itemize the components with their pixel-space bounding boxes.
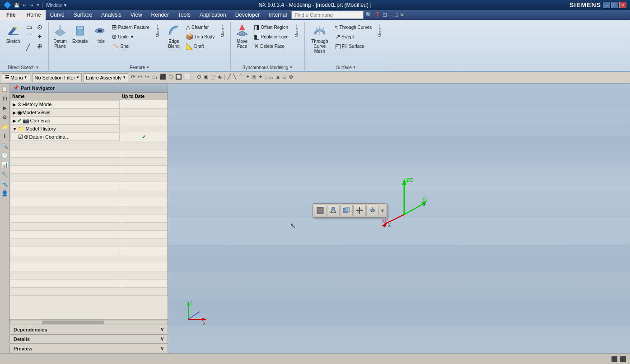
- replace-face-button[interactable]: ◧ Replace Face: [252, 32, 290, 41]
- sel-icon-21[interactable]: |: [264, 73, 267, 82]
- preview-header[interactable]: Preview ∨: [10, 344, 168, 353]
- sel-icon-18[interactable]: +: [245, 73, 250, 82]
- float-btn-5[interactable]: [366, 205, 379, 216]
- redo-icon[interactable]: ↪: [28, 2, 34, 8]
- draft-button[interactable]: 📐 Draft: [184, 42, 216, 51]
- nav-tree[interactable]: Name Up to Date ▶ ⊙ History Mode: [10, 93, 168, 319]
- sel-icon-7[interactable]: 🔲: [174, 73, 183, 82]
- help-icon[interactable]: ❓: [374, 12, 381, 18]
- sel-icon-10[interactable]: ⊙: [196, 73, 202, 82]
- feature-more-button-2[interactable]: ⋮ More: [216, 22, 229, 39]
- arc-button[interactable]: ⌒: [24, 32, 35, 42]
- side-icon-4[interactable]: ⚙: [0, 113, 9, 122]
- swept-button[interactable]: ↗ Swept: [333, 32, 373, 41]
- chamfer-button[interactable]: △ Chamfer: [184, 23, 216, 32]
- titlebar-close-icon[interactable]: ✕: [400, 12, 404, 18]
- nav-cell-history[interactable]: ▶ ⊙ History Mode: [10, 100, 120, 108]
- offset-region-button[interactable]: ◨ Offset Region: [252, 23, 290, 32]
- minimize-button[interactable]: ─: [603, 2, 610, 8]
- datum-plane-button[interactable]: DatumPlane: [50, 22, 70, 51]
- hole-button[interactable]: Hole: [90, 22, 110, 46]
- menu-item-analysis[interactable]: Analysis: [97, 10, 126, 20]
- shell-button[interactable]: 🐚 Shell: [110, 42, 151, 51]
- viewport[interactable]: ▼ ZC YC Y XC X ↖: [168, 84, 630, 353]
- fill-surface-button[interactable]: ◱ Fill Surface: [333, 42, 373, 51]
- extrude-button[interactable]: Extrude: [70, 22, 90, 46]
- feature-footer[interactable]: Feature ▼: [50, 64, 229, 71]
- scroll-thumb[interactable]: [42, 321, 104, 324]
- find-command-input[interactable]: [291, 11, 364, 19]
- sel-icon-22[interactable]: ⌓: [268, 73, 274, 82]
- nav-cell-cameras[interactable]: ▶ ✔ 📷 Cameras: [10, 117, 120, 125]
- menu-item-internal[interactable]: Internal: [264, 10, 291, 20]
- sel-icon-9[interactable]: |: [192, 73, 196, 82]
- selection-filter-dropdown[interactable]: No Selection Filter ▼: [32, 73, 82, 82]
- undo-icon[interactable]: ↩: [22, 2, 27, 8]
- assembly-dropdown[interactable]: Entire Assembly ▼: [84, 73, 128, 82]
- nav-row-history-folder[interactable]: ▼ 📁 Model History: [10, 125, 168, 133]
- nav-cell-views[interactable]: ▶ ◉ Model Views: [10, 108, 120, 117]
- expand-cameras-icon[interactable]: ▶: [13, 118, 16, 123]
- menu-item-home[interactable]: Home: [22, 10, 46, 20]
- circle-button[interactable]: ⊙: [35, 23, 45, 32]
- status-icon-2[interactable]: ⬛: [620, 356, 626, 362]
- close-button[interactable]: ✕: [619, 2, 626, 8]
- nav-row-history[interactable]: ▶ ⊙ History Mode: [10, 100, 168, 109]
- through-curve-mesh-button[interactable]: ThroughCurve Mesh: [306, 22, 333, 56]
- sel-icon-4[interactable]: ▭: [150, 73, 158, 82]
- menu-item-render[interactable]: Render: [147, 10, 173, 20]
- float-btn-3[interactable]: [340, 205, 353, 216]
- sel-icon-11[interactable]: ◉: [203, 73, 209, 82]
- nav-horizontal-scroll[interactable]: [10, 319, 168, 325]
- menu-button[interactable]: ☰ Menu ▼: [2, 73, 30, 82]
- sel-icon-24[interactable]: ⌂: [282, 73, 287, 82]
- sync-footer[interactable]: Synchronous Modeling ▼: [232, 64, 303, 71]
- sketch-more-btn[interactable]: ⊕: [35, 42, 45, 51]
- side-icon-12[interactable]: 👤: [0, 189, 9, 198]
- search-icon[interactable]: 🔍: [365, 12, 372, 18]
- float-btn-2[interactable]: [327, 205, 340, 216]
- sel-icon-1[interactable]: ⟳: [130, 73, 136, 82]
- side-icon-3[interactable]: ▶: [0, 103, 9, 112]
- sel-icon-6[interactable]: ⬡: [168, 73, 174, 82]
- side-icon-11[interactable]: 🔩: [0, 179, 9, 188]
- sel-icon-5[interactable]: ⬛: [159, 73, 167, 82]
- expand-history-icon[interactable]: ▶: [13, 102, 16, 107]
- side-icon-9[interactable]: 📊: [0, 160, 9, 169]
- status-icon-1[interactable]: ⬛: [611, 356, 618, 362]
- expand-history-folder-icon[interactable]: ▼: [13, 126, 17, 131]
- sel-icon-8[interactable]: ⬜: [183, 73, 192, 82]
- menu-item-curve[interactable]: Curve: [46, 10, 69, 20]
- sel-icon-23[interactable]: ▲: [274, 73, 281, 82]
- sel-icon-20[interactable]: ✦: [257, 73, 264, 82]
- titlebar-min-icon[interactable]: ─: [389, 12, 393, 18]
- side-icon-8[interactable]: 🕐: [0, 151, 9, 160]
- window-menu[interactable]: Window ▼: [45, 2, 68, 8]
- maximize-button[interactable]: □: [611, 2, 618, 8]
- nav-row-cameras[interactable]: ▶ ✔ 📷 Cameras: [10, 117, 168, 125]
- delete-face-button[interactable]: ✕ Delete Face: [252, 42, 290, 51]
- side-icon-2[interactable]: ⊡: [0, 94, 9, 103]
- sel-icon-17[interactable]: ⌒: [238, 73, 245, 82]
- sel-icon-25[interactable]: ⊚: [288, 73, 294, 82]
- pattern-feature-button[interactable]: ⊞ Pattern Feature: [110, 23, 151, 32]
- sketch-button[interactable]: Sketch: [2, 22, 24, 46]
- nav-cell-history-folder[interactable]: ▼ 📁 Model History: [10, 125, 120, 133]
- line-button[interactable]: ╱: [24, 42, 35, 51]
- feature-more-button-1[interactable]: ⋮ More: [151, 22, 164, 39]
- sel-icon-16[interactable]: ╲: [232, 73, 237, 82]
- menu-item-tools[interactable]: Tools: [173, 10, 195, 20]
- expand-views-icon[interactable]: ▶: [13, 110, 16, 115]
- move-face-button[interactable]: MoveFace: [232, 22, 252, 51]
- minimize-restore-icon[interactable]: ⊡: [383, 12, 387, 18]
- through-curves-button[interactable]: ≈ Through Curves: [333, 23, 373, 32]
- sel-icon-13[interactable]: ◈: [217, 73, 223, 82]
- nav-row-views[interactable]: ▶ ◉ Model Views: [10, 108, 168, 117]
- direct-sketch-footer[interactable]: Direct Sketch ▼: [2, 64, 45, 71]
- edge-blend-button[interactable]: EdgeBlend: [164, 22, 184, 51]
- dependencies-header[interactable]: Dependencies ∨: [10, 325, 168, 334]
- float-btn-1[interactable]: [314, 205, 327, 216]
- unite-button[interactable]: ⊕ Unite ▼: [110, 32, 151, 41]
- sync-more-button[interactable]: ⋮ More: [290, 22, 303, 39]
- save-icon[interactable]: 💾: [13, 2, 20, 8]
